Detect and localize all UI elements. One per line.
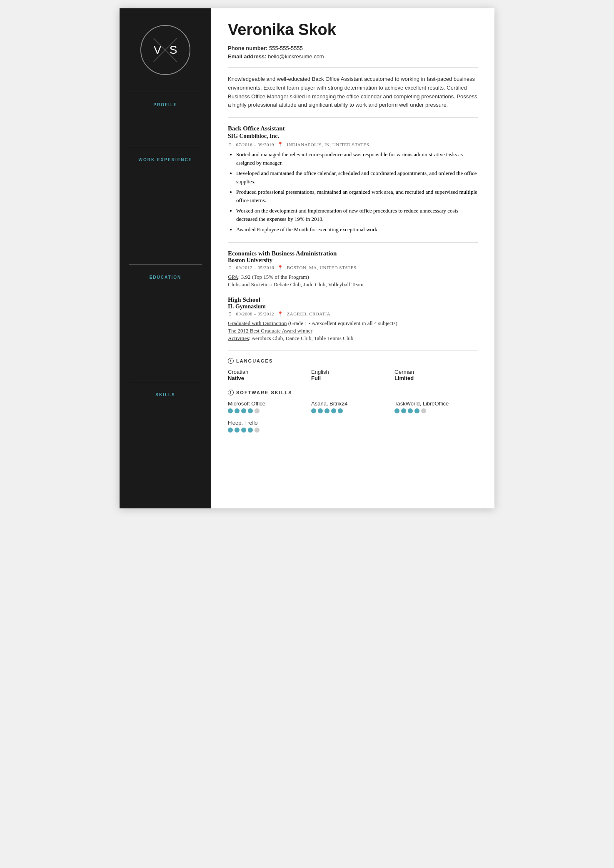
edu-location-1: BOSTON, MA, UNITED STATES [287, 265, 357, 270]
edu-meta-1: 🗓 09/2012 – 05/2016 📍 BOSTON, MA, UNITED… [228, 265, 478, 270]
languages-header: i LANGUAGES [228, 358, 478, 364]
language-name-1: Croatian [228, 369, 311, 375]
phone-value: 555-555-5555 [269, 45, 303, 51]
distinction-label-2: Graduated with Distinction [228, 320, 287, 326]
initial-last: S [170, 43, 177, 57]
edu-clubs-1: Clubs and Societies: Debate Club, Judo C… [228, 281, 478, 288]
phone-info: Phone number: 555-555-5555 [228, 45, 478, 51]
education-section: Economics with Business Administration B… [228, 250, 478, 342]
divider-after-education [228, 350, 478, 350]
gpa-label-1: GPA [228, 274, 238, 280]
avatar: V S [140, 25, 190, 75]
dot [311, 408, 316, 413]
language-name-3: German [394, 369, 478, 375]
activities-value-2: Aerobics Club, Dance Club, Table Tennis … [252, 335, 354, 341]
sidebar: V S Profile Work Experience Education Sk… [120, 8, 211, 508]
edu-degree-1: Economics with Business Administration [228, 250, 478, 257]
software-item-4: Fleep, Trello [228, 420, 311, 433]
company-name-1: SIG Combibloc, Inc. [228, 133, 478, 140]
edu-distinction-2: Graduated with Distinction (Grade 1 - A/… [228, 320, 478, 327]
clubs-value-1: Debate Club, Judo Club, Volleyball Team [273, 281, 363, 288]
edu-location-2: ZAGREB, CROATIA [287, 311, 331, 316]
dot [255, 408, 260, 413]
dot [248, 408, 253, 413]
sidebar-divider-3 [129, 264, 202, 265]
software-name-1: Microsoft Office [228, 400, 311, 407]
location-icon-1: 📍 [277, 142, 284, 147]
job-period-1: 07/2016 – 09/2019 [236, 142, 275, 147]
skills-section: i LANGUAGES Croatian Native English Full… [228, 358, 478, 433]
info-icon-software: i [228, 390, 234, 395]
edu-calendar-icon-2: 🗓 [228, 311, 233, 316]
software-item-3: TaskWorld, LibreOffice [394, 400, 478, 413]
header-section: Veronika Skok Phone number: 555-555-5555… [228, 21, 478, 60]
dot [408, 408, 413, 413]
job-title-1: Back Office Assistant [228, 125, 478, 132]
dot [421, 408, 426, 413]
sidebar-label-work: Work Experience [130, 151, 201, 164]
sidebar-divider-2 [129, 147, 202, 147]
dot [414, 408, 419, 413]
languages-label: LANGUAGES [236, 358, 273, 363]
language-level-3: Limited [394, 375, 478, 381]
language-level-1: Native [228, 375, 311, 381]
email-label: Email address: [228, 53, 267, 60]
software-dots-3 [394, 408, 478, 413]
software-name-4: Fleep, Trello [228, 420, 311, 426]
profile-text: Knowledgeable and well-educated Back Off… [228, 75, 478, 110]
language-level-2: Full [311, 375, 394, 381]
edu-location-icon-2: 📍 [277, 311, 284, 317]
sidebar-label-education: Education [141, 269, 190, 282]
email-value: hello@kickresume.com [268, 53, 324, 60]
edu-entry-2: High School II. Gymnasium 🗓 09/2008 – 05… [228, 296, 478, 342]
dot [241, 408, 246, 413]
dot [241, 428, 246, 433]
dot [248, 428, 253, 433]
divider-after-work [228, 242, 478, 243]
clubs-label-1: Clubs and Societies [228, 281, 271, 288]
dot [394, 408, 399, 413]
dot [235, 428, 240, 433]
software-label: SOFTWARE SKILLS [236, 390, 292, 395]
edu-entry-1: Economics with Business Administration B… [228, 250, 478, 288]
bullet-1-5: Awarded Employee of the Month for execut… [236, 225, 478, 234]
divider-after-profile [228, 117, 478, 118]
sidebar-label-profile: Profile [145, 96, 185, 109]
edu-calendar-icon-1: 🗓 [228, 265, 233, 270]
language-item-3: German Limited [394, 369, 478, 381]
software-dots-2 [311, 408, 394, 413]
email-info: Email address: hello@kickresume.com [228, 53, 478, 60]
job-bullets-1: Sorted and managed the relevant correspo… [228, 150, 478, 234]
software-subsection: i SOFTWARE SKILLS Microsoft Office [228, 390, 478, 433]
edu-award-2: The 2012 Best Graduate Award winner [228, 328, 478, 334]
calendar-icon: 🗓 [228, 142, 233, 147]
languages-grid: Croatian Native English Full German Limi… [228, 369, 478, 381]
edu-period-1: 09/2012 – 05/2016 [236, 265, 275, 270]
software-grid: Microsoft Office Asana, Bitrix24 [228, 400, 478, 433]
language-item-1: Croatian Native [228, 369, 311, 381]
phone-label: Phone number: [228, 45, 267, 51]
job-location-1: INDIANAPOLIS, IN, UNITED STATES [287, 142, 369, 147]
edu-period-2: 09/2008 – 05/2012 [236, 311, 275, 316]
info-icon-languages: i [228, 358, 234, 364]
software-dots-4 [228, 428, 311, 433]
bullet-1-3: Produced professional presentations, mai… [236, 188, 478, 204]
gpa-value-1: 3.92 (Top 15% of the Program) [241, 274, 309, 280]
sidebar-divider-4 [129, 382, 202, 382]
software-item-1: Microsoft Office [228, 400, 311, 413]
language-item-2: English Full [311, 369, 394, 381]
dot [235, 408, 240, 413]
dot [338, 408, 343, 413]
sidebar-label-skills: Skills [147, 386, 184, 399]
software-name-2: Asana, Bitrix24 [311, 400, 394, 407]
activities-label-2: Activities [228, 335, 249, 341]
main-content: Veronika Skok Phone number: 555-555-5555… [211, 8, 494, 508]
dot [255, 428, 260, 433]
software-name-3: TaskWorld, LibreOffice [394, 400, 478, 407]
distinction-value-2: (Grade 1 - A/excellent equivalent in all… [287, 320, 397, 326]
dot [331, 408, 336, 413]
edu-school-2: II. Gymnasium [228, 303, 478, 310]
dot [228, 428, 233, 433]
language-name-2: English [311, 369, 394, 375]
edu-location-icon-1: 📍 [277, 265, 284, 270]
